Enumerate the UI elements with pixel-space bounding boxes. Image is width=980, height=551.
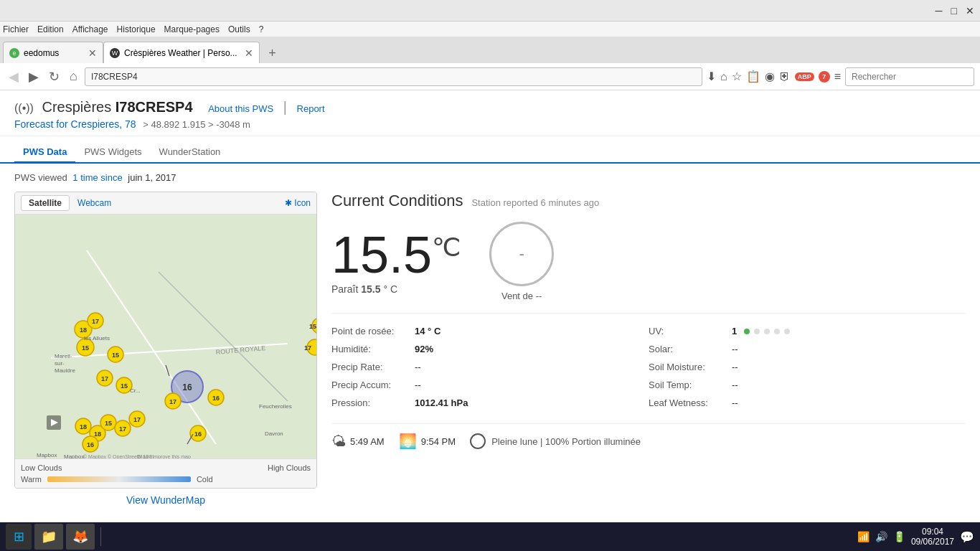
notification-center-icon[interactable]: 💬 xyxy=(960,530,974,544)
home-icon[interactable]: ⌂ xyxy=(720,70,727,83)
views-text: PWS viewed 1 time since juin 1, 2017 xyxy=(14,172,966,183)
pressure-value: 1012.41 hPa xyxy=(415,397,468,408)
data-row-soil-temp: Soil Temp: -- xyxy=(649,376,966,394)
data-row-leaf-wetness: Leaf Wetness: -- xyxy=(649,394,966,412)
map-tab-webcam[interactable]: Webcam xyxy=(70,195,119,211)
svg-text:15: 15 xyxy=(82,344,89,352)
title-bar-controls[interactable]: ─ □ ✕ xyxy=(936,5,974,17)
svg-text:Mareil-: Mareil- xyxy=(55,353,72,359)
shield-icon[interactable]: ⛨ xyxy=(779,70,791,83)
about-pws-link[interactable]: About this PWS xyxy=(208,103,273,114)
battery-icon[interactable]: 🔋 xyxy=(893,531,905,542)
minimize-button[interactable]: ─ xyxy=(936,5,943,17)
taskbar-right: 📶 🔊 🔋 09:04 09/06/2017 💬 xyxy=(857,527,974,547)
soil-temp-label: Soil Temp: xyxy=(649,380,727,390)
menu-outils[interactable]: Outils xyxy=(228,24,250,34)
content-area: PWS viewed 1 time since juin 1, 2017 Sat… xyxy=(0,164,980,514)
maximize-button[interactable]: □ xyxy=(951,5,957,17)
svg-text:Davron: Davron xyxy=(265,430,283,437)
taskbar-time: 09:04 09/06/2017 xyxy=(911,527,954,547)
firefox-icon: 🦊 xyxy=(72,529,88,545)
map-tabs-bar: Satellite Webcam ✱ Icon xyxy=(15,192,316,215)
close-button[interactable]: ✕ xyxy=(966,5,974,17)
sunrise-item: 🌤 5:49 AM xyxy=(331,433,385,450)
svg-text:les Alluets: les Alluets xyxy=(84,335,110,342)
data-row-dew: Point de rosée: 14 ° C xyxy=(331,322,649,340)
svg-text:18: 18 xyxy=(80,326,87,334)
tab-pws-data[interactable]: PWS Data xyxy=(14,142,75,164)
pocket-icon[interactable]: ◉ xyxy=(765,70,775,83)
legend-low-clouds: Low Clouds xyxy=(21,463,62,472)
tab-close-weather[interactable]: ✕ xyxy=(245,47,253,59)
wifi-icon[interactable]: 📶 xyxy=(857,531,870,542)
notification-badge[interactable]: 7 xyxy=(819,71,830,83)
moon-item: Pleine lune | 100% Portion illuminée xyxy=(470,433,641,449)
reload-button[interactable]: ↻ xyxy=(46,67,62,86)
menu-bar: Fichier Edition Affichage Historique Mar… xyxy=(0,22,980,37)
forward-button[interactable]: ▶ xyxy=(26,67,42,86)
tab-pws-widgets[interactable]: PWS Widgets xyxy=(75,142,150,164)
menu-affichage[interactable]: Affichage xyxy=(72,24,108,34)
tab-favicon-eedomus: e xyxy=(9,48,19,58)
menu-marque-pages[interactable]: Marque-pages xyxy=(164,24,220,34)
conditions-reported: Station reported 6 minutes ago xyxy=(471,197,599,208)
legend-gradient xyxy=(47,476,191,482)
svg-text:sur-: sur- xyxy=(55,360,65,367)
new-tab-button[interactable]: + xyxy=(263,43,283,63)
conditions-header: Current Conditions Station reported 6 mi… xyxy=(331,192,966,210)
uv-dot-2 xyxy=(754,329,760,334)
tab-close-eedomus[interactable]: ✕ xyxy=(88,47,97,59)
precip-rate-label: Precip Rate: xyxy=(331,362,410,372)
svg-text:15: 15 xyxy=(121,382,128,390)
menu-edition[interactable]: Edition xyxy=(37,24,64,34)
taskbar-app-firefox[interactable]: 🦊 xyxy=(66,524,95,550)
address-input[interactable] xyxy=(85,67,702,86)
view-wundermap-link[interactable]: View WunderMap xyxy=(126,494,205,506)
svg-text:15: 15 xyxy=(309,323,316,330)
start-button[interactable]: ⊞ xyxy=(6,524,32,550)
data-right-col: UV: 1 Solar: -- S xyxy=(649,322,966,412)
map-tab-satellite[interactable]: Satellite xyxy=(21,195,70,211)
moon-text: Pleine lune | 100% Portion illuminée xyxy=(491,436,641,447)
menu-fichier[interactable]: Fichier xyxy=(3,24,29,34)
map-visual[interactable]: ROUTE ROYALE Mapbox © Mapbox © OpenStree… xyxy=(15,215,316,458)
forecast-link[interactable]: Forecast for Crespieres, 78 xyxy=(14,118,136,130)
tab-label-eedomus: eedomus xyxy=(24,48,81,58)
taskbar-app-filemanager[interactable]: 📁 xyxy=(34,524,63,550)
sunrise-time: 5:49 AM xyxy=(350,436,385,447)
svg-text:17: 17 xyxy=(101,375,108,382)
svg-text:Cr...: Cr... xyxy=(130,387,141,394)
page-header: ((•)) Crespières I78CRESP4 About this PW… xyxy=(0,90,980,136)
menu-historique[interactable]: Historique xyxy=(117,24,156,34)
uv-dot-1 xyxy=(744,329,750,334)
sunrise-icon: 🌤 xyxy=(331,433,346,450)
map-icon-button[interactable]: ✱ Icon xyxy=(285,198,311,208)
reader-icon[interactable]: 📋 xyxy=(746,70,760,83)
tab-eedomus[interactable]: e eedomus ✕ xyxy=(3,42,103,63)
svg-text:18: 18 xyxy=(94,430,101,438)
download-icon[interactable]: ⬇ xyxy=(707,70,716,83)
svg-text:17: 17 xyxy=(304,344,311,352)
volume-icon[interactable]: 🔊 xyxy=(875,531,887,542)
svg-text:18: 18 xyxy=(80,423,87,430)
data-row-uv: UV: 1 xyxy=(649,322,966,340)
menu-help[interactable]: ? xyxy=(259,24,264,34)
bookmark-icon[interactable]: ☆ xyxy=(732,70,742,83)
report-link[interactable]: Report xyxy=(297,103,325,114)
forecast-coords: > 48.892 1.915 > -3048 m xyxy=(143,119,250,130)
toolbar-icons: ⬇ ⌂ ☆ 📋 ◉ ⛨ ABP 7 ≡ xyxy=(707,70,841,83)
temp-unit: ℃ xyxy=(432,235,461,260)
tab-weather[interactable]: W Crèspières Weather | Perso... ✕ xyxy=(103,42,260,63)
search-input[interactable] xyxy=(845,67,974,86)
abp-badge[interactable]: ABP xyxy=(795,72,814,81)
tab-bar: e eedomus ✕ W Crèspières Weather | Perso… xyxy=(0,37,980,63)
home-button[interactable]: ⌂ xyxy=(67,67,80,85)
forecast-line: Forecast for Crespieres, 78 > 48.892 1.9… xyxy=(14,118,966,130)
feels-like-label: Paraît xyxy=(331,283,358,295)
windows-icon: ⊞ xyxy=(14,529,24,545)
browser-content: ((•)) Crespières I78CRESP4 About this PW… xyxy=(0,90,980,522)
humidity-value: 92% xyxy=(415,344,433,354)
back-button[interactable]: ◀ xyxy=(6,67,22,86)
menu-icon[interactable]: ≡ xyxy=(834,70,841,83)
tab-wunderstation[interactable]: WunderStation xyxy=(151,142,230,164)
